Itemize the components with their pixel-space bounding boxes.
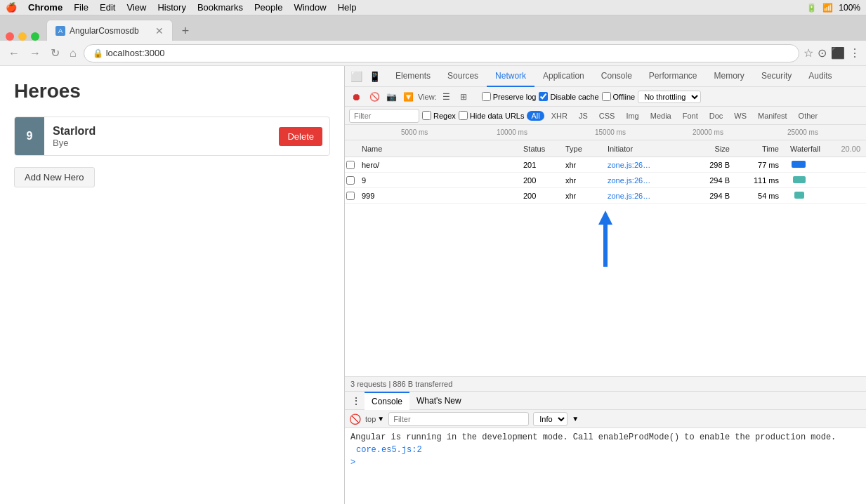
filter-tag-js[interactable]: JS xyxy=(575,111,592,121)
tab-audits[interactable]: Audits xyxy=(800,66,840,87)
row-name-2: 999 xyxy=(356,192,518,200)
console-clear-button[interactable]: 🚫 xyxy=(349,413,361,425)
timeline-5000: 5000 ms xyxy=(401,128,428,136)
settings-icon[interactable]: ⊙ xyxy=(818,46,827,60)
timeline-10000: 10000 ms xyxy=(497,128,527,136)
network-row-9[interactable]: 9 200 xhr zone.js:26… 294 B 111 ms xyxy=(345,173,866,188)
context-dropdown-icon: ▼ xyxy=(377,415,384,423)
filter-tag-css[interactable]: CSS xyxy=(595,111,619,121)
home-button[interactable]: ⌂ xyxy=(67,46,79,61)
forward-button[interactable]: → xyxy=(27,46,44,61)
header-status[interactable]: Status xyxy=(518,145,560,153)
row-initiator-0[interactable]: zone.js:26… xyxy=(602,161,686,169)
console-menu-button[interactable]: ⋮ xyxy=(348,396,365,406)
menu-file[interactable]: File xyxy=(74,2,88,13)
row-checkbox-2[interactable] xyxy=(345,192,356,200)
menu-history[interactable]: History xyxy=(157,2,185,13)
row-checkbox-0[interactable] xyxy=(345,161,356,169)
console-tab-whats-new[interactable]: What's New xyxy=(409,392,468,410)
filter-tag-other[interactable]: Other xyxy=(794,111,822,121)
filter-button[interactable]: 🔽 xyxy=(401,90,415,104)
new-tab-button[interactable]: + xyxy=(176,21,195,41)
row-initiator-1[interactable]: zone.js:26… xyxy=(602,176,686,185)
header-size[interactable]: Size xyxy=(686,145,735,153)
row-size-2: 294 B xyxy=(686,192,735,200)
delete-hero-button[interactable]: Delete xyxy=(279,127,322,146)
console-context-selector[interactable]: top ▼ xyxy=(365,415,384,423)
inspect-element-button[interactable]: ⬜ xyxy=(348,68,365,85)
more-icon[interactable]: ⋮ xyxy=(849,46,860,60)
add-new-hero-button[interactable]: Add New Hero xyxy=(14,167,95,187)
capture-screenshots-button[interactable]: 📷 xyxy=(384,90,398,104)
close-traffic-light[interactable] xyxy=(6,32,14,41)
header-name[interactable]: Name xyxy=(356,145,518,153)
extension-icon[interactable]: ⬛ xyxy=(831,46,845,60)
device-mode-button[interactable]: 📱 xyxy=(366,68,383,85)
menu-chrome[interactable]: Chrome xyxy=(28,2,63,13)
filter-tag-all[interactable]: All xyxy=(527,111,544,121)
group-view-button[interactable]: ⊞ xyxy=(457,90,471,104)
header-type[interactable]: Type xyxy=(560,145,602,153)
row-checkbox-1[interactable] xyxy=(345,176,356,185)
network-row-hero[interactable]: hero/ 201 xhr zone.js:26… 298 B 77 ms xyxy=(345,157,866,173)
menu-help[interactable]: Help xyxy=(338,2,357,13)
tab-performance[interactable]: Performance xyxy=(641,66,706,87)
tab-console[interactable]: Console xyxy=(593,66,641,87)
hide-data-urls-label: Hide data URLs xyxy=(470,112,525,120)
list-view-button[interactable]: ☰ xyxy=(440,90,454,104)
tab-elements[interactable]: Elements xyxy=(387,66,439,87)
clear-button[interactable]: 🚫 xyxy=(367,90,381,104)
menu-view[interactable]: View xyxy=(126,2,146,13)
disable-cache-checkbox-label: Disable cache xyxy=(539,92,598,101)
record-button[interactable]: ⏺ xyxy=(348,88,365,105)
minimize-traffic-light[interactable] xyxy=(18,32,27,41)
hide-data-urls-checkbox[interactable] xyxy=(459,111,468,120)
menu-bookmarks[interactable]: Bookmarks xyxy=(197,2,243,13)
console-tab-console[interactable]: Console xyxy=(365,392,409,410)
url-input[interactable]: 🔒 localhost:3000 xyxy=(84,44,799,62)
console-message-link[interactable]: core.es5.js:2 xyxy=(356,445,422,455)
back-button[interactable]: ← xyxy=(6,46,22,61)
regex-label: Regex xyxy=(433,112,456,120)
filter-tag-manifest[interactable]: Manifest xyxy=(754,111,792,121)
reload-button[interactable]: ↻ xyxy=(48,45,63,61)
network-filter-bar: Regex Hide data URLs All XHR JS CSS Img … xyxy=(345,107,866,125)
console-content: Angular is running in the development mo… xyxy=(345,428,866,504)
tab-close-button[interactable]: ✕ xyxy=(155,25,164,37)
filter-tag-xhr[interactable]: XHR xyxy=(547,111,572,121)
console-filter-input[interactable] xyxy=(388,412,529,426)
tab-network[interactable]: Network xyxy=(487,66,534,87)
offline-checkbox[interactable] xyxy=(602,92,611,101)
tab-security[interactable]: Security xyxy=(753,66,800,87)
menu-edit[interactable]: Edit xyxy=(100,2,115,13)
console-tabs-bar: ⋮ Console What's New xyxy=(345,392,866,410)
devtools-tabs: Elements Sources Network Application Con… xyxy=(387,66,841,87)
disable-cache-checkbox[interactable] xyxy=(539,92,548,101)
browser-tab[interactable]: A AngularCosmosdb ✕ xyxy=(46,20,173,41)
throttle-select[interactable]: No throttling xyxy=(638,91,701,103)
main-area: Heroes 9 Starlord Bye Delete Add New Her… xyxy=(0,66,866,504)
header-initiator[interactable]: Initiator xyxy=(602,145,686,153)
tab-memory[interactable]: Memory xyxy=(706,66,753,87)
header-time[interactable]: Time xyxy=(735,145,785,153)
console-prompt-line[interactable]: > xyxy=(350,456,860,469)
tab-application[interactable]: Application xyxy=(534,66,593,87)
network-filter-input[interactable] xyxy=(349,109,419,123)
bookmark-star-icon[interactable]: ☆ xyxy=(803,46,813,60)
maximize-traffic-light[interactable] xyxy=(31,32,39,41)
preserve-log-checkbox[interactable] xyxy=(482,92,491,101)
filter-tag-img[interactable]: Img xyxy=(622,111,643,121)
row-type-1: xhr xyxy=(560,176,602,185)
regex-checkbox[interactable] xyxy=(422,111,431,120)
menu-people[interactable]: People xyxy=(254,2,282,13)
filter-tag-doc[interactable]: Doc xyxy=(705,111,728,121)
filter-tag-media[interactable]: Media xyxy=(646,111,676,121)
console-level-select[interactable]: Info xyxy=(533,412,568,426)
header-waterfall[interactable]: Waterfall 20.00 xyxy=(785,145,866,153)
filter-tag-ws[interactable]: WS xyxy=(730,111,751,121)
network-row-999[interactable]: 999 200 xhr zone.js:26… 294 B 54 ms xyxy=(345,188,866,204)
menu-window[interactable]: Window xyxy=(294,2,326,13)
tab-sources[interactable]: Sources xyxy=(439,66,487,87)
filter-tag-font[interactable]: Font xyxy=(678,111,702,121)
row-initiator-2[interactable]: zone.js:26… xyxy=(602,192,686,200)
